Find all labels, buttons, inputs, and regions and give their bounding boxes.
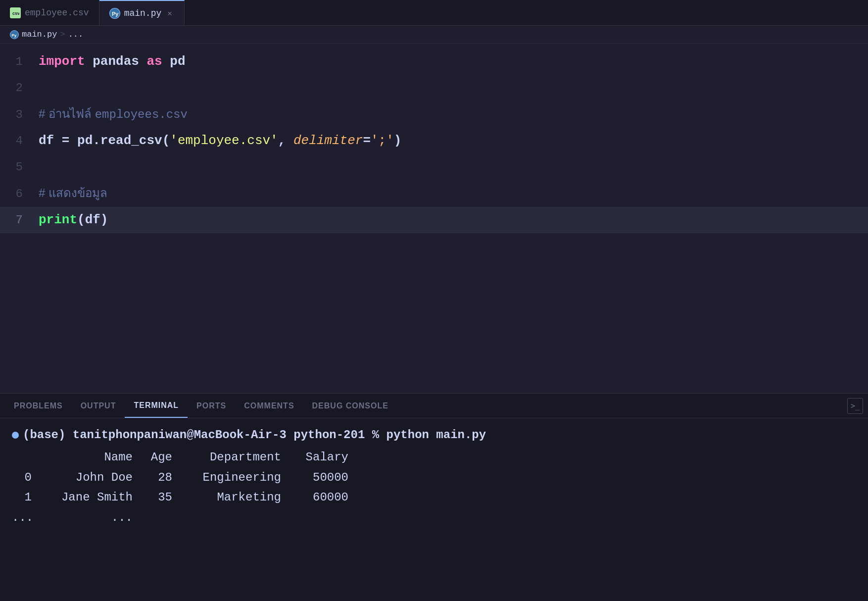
breadcrumb-py-icon: Py — [10, 30, 19, 39]
line-number-5: 5 — [0, 154, 35, 180]
tab-ports[interactable]: PORTS — [188, 394, 235, 418]
keyword-print: print — [39, 212, 77, 227]
cell-name-1: Jane Smith — [42, 488, 141, 508]
tab-problems[interactable]: PROBLEMS — [5, 394, 72, 418]
cell-idx-1: 1 — [12, 488, 42, 508]
tab-label-py: main.py — [124, 8, 162, 18]
comment-read-file: # อ่านไฟล์ — [39, 107, 95, 120]
col-header-dept: Department — [180, 448, 289, 468]
string-filename: 'employee.csv' — [170, 133, 278, 148]
print-close: ) — [100, 212, 108, 227]
equals-sign: = — [363, 133, 371, 148]
col-header-age: Age — [141, 448, 180, 468]
col-header-idx — [12, 448, 42, 468]
tab-label-csv: employee.csv — [25, 8, 89, 18]
cell-age-0: 28 — [141, 468, 180, 488]
line-content-3: # อ่านไฟล์ employees.csv — [35, 101, 868, 128]
pd-read-csv: pd.read_csv( — [77, 133, 170, 148]
tab-comments[interactable]: COMMENTS — [235, 394, 303, 418]
svg-text:csv: csv — [12, 11, 19, 16]
code-line-2: 2 — [0, 75, 868, 101]
cell-name-0: John Doe — [42, 468, 141, 488]
cell-dept-1: Marketing — [180, 488, 289, 508]
terminal-dot-indicator — [12, 432, 19, 439]
csv-icon: csv — [10, 7, 21, 18]
tab-output[interactable]: OUTPUT — [72, 394, 125, 418]
main-layout: Py main.py > ... 1 import pandas as pd 2 — [0, 26, 868, 601]
col-header-salary: Salary — [289, 448, 348, 468]
output-data-row-ellipsis: ... ... — [12, 508, 856, 528]
cell-dept-0: Engineering — [180, 468, 289, 488]
code-line-3: 3 # อ่านไฟล์ employees.csv — [0, 101, 868, 128]
terminal-panel: PROBLEMS OUTPUT TERMINAL PORTS COMMENTS … — [0, 393, 868, 601]
code-line-7[interactable]: 7 print(df) — [0, 207, 868, 233]
tab-close-button[interactable]: ✕ — [165, 7, 174, 19]
editor-area[interactable]: 1 import pandas as pd 2 3 # อ่านไฟล์ emp… — [0, 44, 868, 393]
svg-text:Py: Py — [112, 11, 119, 17]
param-val-semi: ';' — [371, 133, 394, 148]
cell-idx-0: 0 — [12, 468, 42, 488]
code-line-6: 6 # แสดงข้อมูล — [0, 180, 868, 207]
code-editor[interactable]: 1 import pandas as pd 2 3 # อ่านไฟล์ emp… — [0, 44, 868, 238]
identifier-pandas: pandas — [93, 54, 146, 69]
line-content-1: import pandas as pd — [35, 49, 868, 74]
comment-filename: employees.csv — [95, 108, 188, 121]
tab-employee-csv[interactable]: csv employee.csv — [0, 0, 99, 25]
identifier-pd: pd — [170, 54, 185, 69]
terminal-output-table: Name Age Department Salary 0 John Doe 28… — [12, 448, 856, 528]
close-paren: ) — [394, 133, 402, 148]
tab-debug-console[interactable]: DEBUG CONSOLE — [303, 394, 397, 418]
breadcrumb-filename: main.py — [22, 30, 57, 39]
cell-age-1: 35 — [141, 488, 180, 508]
tab-terminal[interactable]: TERMINAL — [125, 394, 188, 418]
output-data-row-1: 1 Jane Smith 35 Marketing 60000 — [12, 488, 856, 508]
line-content-2 — [35, 75, 868, 100]
param-delimiter: delimiter — [293, 133, 363, 148]
terminal-new-button[interactable]: >_ — [847, 398, 863, 414]
col-header-name: Name — [42, 448, 141, 468]
tab-bar: csv employee.csv Py main.py ✕ — [0, 0, 868, 26]
tab-main-py[interactable]: Py main.py ✕ — [99, 0, 185, 25]
var-df: df — [39, 133, 54, 148]
cell-sal-1: 60000 — [289, 488, 348, 508]
breadcrumb-context: ... — [68, 30, 84, 39]
code-line-4[interactable]: 4 df = pd.read_csv('employee.csv', delim… — [0, 128, 868, 154]
var-df-print: df — [85, 212, 100, 227]
terminal-prompt-text: (base) tanitphonpaniwan@MacBook-Air-3 py… — [23, 425, 486, 446]
line-content-5 — [35, 154, 868, 180]
print-open: ( — [77, 212, 85, 227]
breadcrumb: Py main.py > ... — [0, 26, 868, 44]
code-line-1[interactable]: 1 import pandas as pd — [0, 49, 868, 75]
line-number-2: 2 — [0, 75, 35, 101]
comment-show-data: # แสดงข้อมูล — [39, 186, 107, 200]
eq-sign: = — [62, 133, 77, 148]
keyword-as: as — [146, 54, 162, 69]
comma-space: , — [278, 133, 293, 148]
cell-sal-0: 50000 — [289, 468, 348, 488]
line-number-4: 4 — [0, 128, 35, 154]
line-number-6: 6 — [0, 181, 35, 207]
output-header-row: Name Age Department Salary — [12, 448, 856, 468]
svg-text:Py: Py — [12, 33, 17, 38]
output-data-row-0: 0 John Doe 28 Engineering 50000 — [12, 468, 856, 488]
terminal-tabs: PROBLEMS OUTPUT TERMINAL PORTS COMMENTS … — [0, 394, 868, 418]
code-line-5: 5 — [0, 154, 868, 180]
line-content-6: # แสดงข้อมูล — [35, 180, 868, 206]
keyword-import: import — [39, 54, 85, 69]
line-content-7: print(df) — [35, 207, 868, 233]
terminal-prompt-line: (base) tanitphonpaniwan@MacBook-Air-3 py… — [12, 425, 856, 446]
line-number-3: 3 — [0, 102, 35, 128]
line-number-1: 1 — [0, 49, 35, 75]
cell-name-ellipsis: ... — [42, 508, 141, 528]
line-content-4: df = pd.read_csv('employee.csv', delimit… — [35, 128, 868, 153]
terminal-content[interactable]: (base) tanitphonpaniwan@MacBook-Air-3 py… — [0, 418, 868, 601]
cell-idx-ellipsis: ... — [12, 508, 42, 528]
py-icon: Py — [109, 8, 120, 19]
line-number-7: 7 — [0, 207, 35, 233]
breadcrumb-separator: > — [60, 30, 65, 39]
